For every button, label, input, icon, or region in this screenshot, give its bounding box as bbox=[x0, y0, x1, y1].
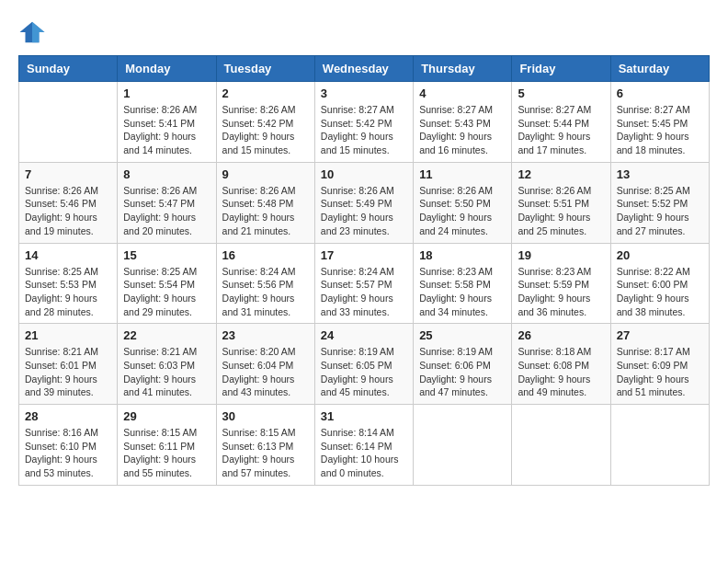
day-info: Sunrise: 8:19 AM Sunset: 6:06 PM Dayligh… bbox=[419, 345, 506, 399]
day-info: Sunrise: 8:23 AM Sunset: 5:59 PM Dayligh… bbox=[518, 265, 604, 319]
day-info: Sunrise: 8:26 AM Sunset: 5:51 PM Dayligh… bbox=[518, 184, 604, 238]
day-number: 19 bbox=[518, 248, 604, 262]
day-info: Sunrise: 8:24 AM Sunset: 5:57 PM Dayligh… bbox=[321, 265, 407, 319]
day-info: Sunrise: 8:26 AM Sunset: 5:48 PM Dayligh… bbox=[222, 184, 309, 238]
calendar-cell bbox=[512, 405, 610, 486]
calendar-cell: 5Sunrise: 8:27 AM Sunset: 5:44 PM Daylig… bbox=[512, 82, 610, 163]
day-info: Sunrise: 8:26 AM Sunset: 5:41 PM Dayligh… bbox=[123, 103, 210, 157]
day-info: Sunrise: 8:27 AM Sunset: 5:42 PM Dayligh… bbox=[321, 103, 407, 157]
day-number: 1 bbox=[123, 86, 210, 100]
day-info: Sunrise: 8:15 AM Sunset: 6:13 PM Dayligh… bbox=[222, 426, 309, 480]
calendar-cell: 26Sunrise: 8:18 AM Sunset: 6:08 PM Dayli… bbox=[512, 324, 610, 405]
calendar-cell: 21Sunrise: 8:21 AM Sunset: 6:01 PM Dayli… bbox=[19, 324, 118, 405]
weekday-header-sunday: Sunday bbox=[19, 56, 118, 82]
calendar-cell: 3Sunrise: 8:27 AM Sunset: 5:42 PM Daylig… bbox=[314, 82, 413, 163]
weekday-header-saturday: Saturday bbox=[610, 56, 709, 82]
calendar-cell: 13Sunrise: 8:25 AM Sunset: 5:52 PM Dayli… bbox=[610, 162, 709, 243]
calendar-cell: 27Sunrise: 8:17 AM Sunset: 6:09 PM Dayli… bbox=[610, 324, 709, 405]
calendar-cell bbox=[19, 82, 118, 163]
day-number: 28 bbox=[25, 409, 111, 423]
day-number: 18 bbox=[419, 248, 506, 262]
day-info: Sunrise: 8:20 AM Sunset: 6:04 PM Dayligh… bbox=[222, 345, 309, 399]
weekday-header-thursday: Thursday bbox=[414, 56, 512, 82]
day-info: Sunrise: 8:27 AM Sunset: 5:44 PM Dayligh… bbox=[518, 103, 604, 157]
day-number: 15 bbox=[123, 248, 210, 262]
day-info: Sunrise: 8:21 AM Sunset: 6:03 PM Dayligh… bbox=[123, 345, 210, 399]
calendar-cell: 11Sunrise: 8:26 AM Sunset: 5:50 PM Dayli… bbox=[414, 162, 512, 243]
day-number: 10 bbox=[321, 167, 407, 181]
day-number: 4 bbox=[419, 86, 506, 100]
day-info: Sunrise: 8:26 AM Sunset: 5:42 PM Dayligh… bbox=[222, 103, 309, 157]
calendar-cell: 1Sunrise: 8:26 AM Sunset: 5:41 PM Daylig… bbox=[118, 82, 216, 163]
svg-marker-1 bbox=[32, 22, 45, 43]
calendar-cell: 23Sunrise: 8:20 AM Sunset: 6:04 PM Dayli… bbox=[216, 324, 314, 405]
calendar-cell: 7Sunrise: 8:26 AM Sunset: 5:46 PM Daylig… bbox=[19, 162, 118, 243]
calendar-cell: 16Sunrise: 8:24 AM Sunset: 5:56 PM Dayli… bbox=[216, 243, 314, 324]
day-info: Sunrise: 8:16 AM Sunset: 6:10 PM Dayligh… bbox=[25, 426, 111, 480]
calendar-cell: 2Sunrise: 8:26 AM Sunset: 5:42 PM Daylig… bbox=[216, 82, 314, 163]
calendar-week-row: 21Sunrise: 8:21 AM Sunset: 6:01 PM Dayli… bbox=[19, 324, 710, 405]
calendar-cell: 18Sunrise: 8:23 AM Sunset: 5:58 PM Dayli… bbox=[414, 243, 512, 324]
day-number: 3 bbox=[321, 86, 407, 100]
page-header bbox=[18, 18, 710, 46]
day-info: Sunrise: 8:26 AM Sunset: 5:49 PM Dayligh… bbox=[321, 184, 407, 238]
calendar-cell: 31Sunrise: 8:14 AM Sunset: 6:14 PM Dayli… bbox=[314, 405, 413, 486]
day-info: Sunrise: 8:22 AM Sunset: 6:00 PM Dayligh… bbox=[617, 265, 703, 319]
day-number: 13 bbox=[617, 167, 703, 181]
calendar-cell: 29Sunrise: 8:15 AM Sunset: 6:11 PM Dayli… bbox=[118, 405, 216, 486]
calendar-cell: 24Sunrise: 8:19 AM Sunset: 6:05 PM Dayli… bbox=[314, 324, 413, 405]
day-number: 5 bbox=[518, 86, 604, 100]
day-info: Sunrise: 8:23 AM Sunset: 5:58 PM Dayligh… bbox=[419, 265, 506, 319]
day-number: 11 bbox=[419, 167, 506, 181]
calendar-cell: 25Sunrise: 8:19 AM Sunset: 6:06 PM Dayli… bbox=[414, 324, 512, 405]
day-info: Sunrise: 8:24 AM Sunset: 5:56 PM Dayligh… bbox=[222, 265, 309, 319]
day-number: 23 bbox=[222, 328, 309, 342]
calendar-week-row: 1Sunrise: 8:26 AM Sunset: 5:41 PM Daylig… bbox=[19, 82, 710, 163]
logo bbox=[18, 18, 50, 46]
day-info: Sunrise: 8:19 AM Sunset: 6:05 PM Dayligh… bbox=[321, 345, 407, 399]
calendar-cell: 4Sunrise: 8:27 AM Sunset: 5:43 PM Daylig… bbox=[414, 82, 512, 163]
day-number: 22 bbox=[123, 328, 210, 342]
day-info: Sunrise: 8:26 AM Sunset: 5:46 PM Dayligh… bbox=[25, 184, 111, 238]
day-number: 16 bbox=[222, 248, 309, 262]
day-info: Sunrise: 8:21 AM Sunset: 6:01 PM Dayligh… bbox=[25, 345, 111, 399]
day-info: Sunrise: 8:27 AM Sunset: 5:43 PM Dayligh… bbox=[419, 103, 506, 157]
weekday-header-wednesday: Wednesday bbox=[314, 56, 413, 82]
calendar-week-row: 28Sunrise: 8:16 AM Sunset: 6:10 PM Dayli… bbox=[19, 405, 710, 486]
day-info: Sunrise: 8:26 AM Sunset: 5:50 PM Dayligh… bbox=[419, 184, 506, 238]
day-info: Sunrise: 8:25 AM Sunset: 5:54 PM Dayligh… bbox=[123, 265, 210, 319]
day-number: 6 bbox=[617, 86, 703, 100]
calendar-cell: 14Sunrise: 8:25 AM Sunset: 5:53 PM Dayli… bbox=[19, 243, 118, 324]
calendar-cell: 22Sunrise: 8:21 AM Sunset: 6:03 PM Dayli… bbox=[118, 324, 216, 405]
day-number: 20 bbox=[617, 248, 703, 262]
day-number: 24 bbox=[321, 328, 407, 342]
day-number: 31 bbox=[321, 409, 407, 423]
logo-icon bbox=[18, 18, 46, 46]
calendar-cell bbox=[610, 405, 709, 486]
weekday-header-friday: Friday bbox=[512, 56, 610, 82]
calendar-cell: 9Sunrise: 8:26 AM Sunset: 5:48 PM Daylig… bbox=[216, 162, 314, 243]
calendar-cell: 10Sunrise: 8:26 AM Sunset: 5:49 PM Dayli… bbox=[314, 162, 413, 243]
day-number: 14 bbox=[25, 248, 111, 262]
day-number: 7 bbox=[25, 167, 111, 181]
day-number: 9 bbox=[222, 167, 309, 181]
day-number: 12 bbox=[518, 167, 604, 181]
day-info: Sunrise: 8:27 AM Sunset: 5:45 PM Dayligh… bbox=[617, 103, 703, 157]
calendar-cell: 28Sunrise: 8:16 AM Sunset: 6:10 PM Dayli… bbox=[19, 405, 118, 486]
day-number: 26 bbox=[518, 328, 604, 342]
day-info: Sunrise: 8:25 AM Sunset: 5:52 PM Dayligh… bbox=[617, 184, 703, 238]
calendar-cell bbox=[414, 405, 512, 486]
calendar-week-row: 14Sunrise: 8:25 AM Sunset: 5:53 PM Dayli… bbox=[19, 243, 710, 324]
weekday-header-tuesday: Tuesday bbox=[216, 56, 314, 82]
day-info: Sunrise: 8:17 AM Sunset: 6:09 PM Dayligh… bbox=[617, 345, 703, 399]
day-number: 30 bbox=[222, 409, 309, 423]
calendar-cell: 17Sunrise: 8:24 AM Sunset: 5:57 PM Dayli… bbox=[314, 243, 413, 324]
day-info: Sunrise: 8:14 AM Sunset: 6:14 PM Dayligh… bbox=[321, 426, 407, 480]
day-number: 17 bbox=[321, 248, 407, 262]
calendar-cell: 8Sunrise: 8:26 AM Sunset: 5:47 PM Daylig… bbox=[118, 162, 216, 243]
calendar-cell: 12Sunrise: 8:26 AM Sunset: 5:51 PM Dayli… bbox=[512, 162, 610, 243]
calendar-week-row: 7Sunrise: 8:26 AM Sunset: 5:46 PM Daylig… bbox=[19, 162, 710, 243]
day-number: 8 bbox=[123, 167, 210, 181]
calendar-table: SundayMondayTuesdayWednesdayThursdayFrid… bbox=[18, 55, 710, 486]
day-info: Sunrise: 8:26 AM Sunset: 5:47 PM Dayligh… bbox=[123, 184, 210, 238]
